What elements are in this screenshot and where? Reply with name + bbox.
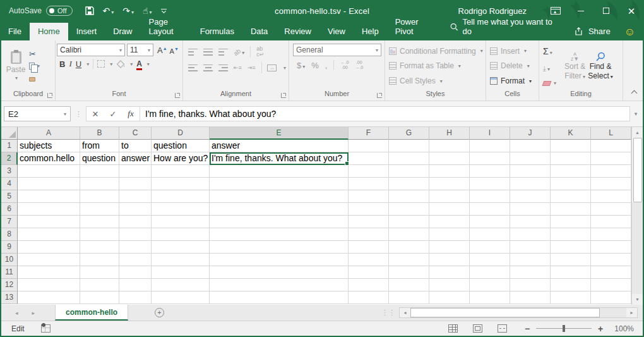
cell-G12[interactable] (389, 279, 429, 291)
cell-G13[interactable] (389, 291, 429, 304)
cell-F3[interactable] (349, 165, 389, 178)
macro-record-icon[interactable] (41, 324, 51, 333)
new-sheet-button[interactable]: + (155, 308, 164, 317)
cell-L13[interactable] (591, 291, 631, 304)
cell-C6[interactable] (119, 203, 152, 216)
formula-bar-handle[interactable]: ⋮ (75, 110, 81, 118)
underline-button[interactable]: U (76, 59, 81, 69)
cell-I13[interactable] (470, 291, 510, 304)
cell-L12[interactable] (591, 279, 631, 291)
cell-G8[interactable] (389, 228, 429, 241)
cell-B9[interactable] (80, 241, 119, 254)
delete-cells-button[interactable]: Delete▾ (490, 61, 537, 70)
cell-F5[interactable] (349, 190, 389, 203)
col-header-L[interactable]: L (591, 127, 631, 140)
maximize-button[interactable] (593, 0, 619, 21)
percent-format-icon[interactable]: % (311, 61, 319, 70)
previous-sheet-icon[interactable]: ◂ (15, 310, 18, 316)
cell-E12[interactable] (210, 279, 349, 291)
touch-mode-icon[interactable]: ☝▾ (143, 6, 152, 15)
cell-F6[interactable] (349, 203, 389, 216)
tab-draw[interactable]: Draw (105, 23, 140, 40)
row-header-5[interactable]: 5 (1, 190, 18, 203)
cell-A8[interactable] (18, 228, 80, 241)
row-header-12[interactable]: 12 (1, 279, 18, 291)
cell-L2[interactable] (591, 152, 631, 165)
cell-F7[interactable] (349, 216, 389, 228)
cell-L8[interactable] (591, 228, 631, 241)
sheet-tab-common-hello[interactable]: common-hello (55, 305, 128, 321)
cell-C5[interactable] (119, 190, 152, 203)
cell-E9[interactable] (210, 241, 349, 254)
col-header-F[interactable]: F (349, 127, 389, 140)
account-user-name[interactable]: Rodrigo Rodriguez (458, 6, 527, 16)
cell-D12[interactable] (152, 279, 210, 291)
cell-C11[interactable] (119, 266, 152, 279)
cell-D11[interactable] (152, 266, 210, 279)
cell-H4[interactable] (429, 178, 470, 190)
cell-D4[interactable] (152, 178, 210, 190)
cell-G10[interactable] (389, 254, 429, 266)
cell-H6[interactable] (429, 203, 470, 216)
cell-G5[interactable] (389, 190, 429, 203)
cell-K9[interactable] (551, 241, 591, 254)
cell-J8[interactable] (510, 228, 551, 241)
row-header-4[interactable]: 4 (1, 178, 18, 190)
tab-home[interactable]: Home (30, 23, 68, 40)
cell-H8[interactable] (429, 228, 470, 241)
cell-K8[interactable] (551, 228, 591, 241)
cell-D5[interactable] (152, 190, 210, 203)
cell-J11[interactable] (510, 266, 551, 279)
find-select-button[interactable]: Find & Select▾ (588, 42, 612, 90)
cell-B7[interactable] (80, 216, 119, 228)
cell-A7[interactable] (18, 216, 80, 228)
alignment-dialog-launcher-icon[interactable] (281, 93, 286, 98)
row-header-7[interactable]: 7 (1, 216, 18, 228)
cell-C4[interactable] (119, 178, 152, 190)
format-cells-button[interactable]: Format▾ (490, 77, 537, 85)
tab-review[interactable]: Review (276, 23, 319, 40)
cell-L9[interactable] (591, 241, 631, 254)
col-header-B[interactable]: B (80, 127, 119, 140)
ribbon-display-options-icon[interactable] (543, 0, 568, 21)
cell-C8[interactable] (119, 228, 152, 241)
cell-D10[interactable] (152, 254, 210, 266)
cell-H5[interactable] (429, 190, 470, 203)
zoom-out-icon[interactable]: − (525, 324, 530, 334)
font-color-icon[interactable]: A (136, 59, 142, 68)
collapse-ribbon-icon[interactable] (631, 90, 638, 97)
col-header-C[interactable]: C (119, 127, 152, 140)
decrease-indent-icon[interactable]: ⇤≡ (234, 64, 242, 71)
cell-A5[interactable] (18, 190, 80, 203)
cell-I12[interactable] (470, 279, 510, 291)
bottom-align-icon[interactable] (218, 49, 228, 56)
cell-L7[interactable] (591, 216, 631, 228)
cell-L5[interactable] (591, 190, 631, 203)
clipboard-dialog-launcher-icon[interactable] (47, 93, 52, 98)
cell-G11[interactable] (389, 266, 429, 279)
cell-F8[interactable] (349, 228, 389, 241)
increase-indent-icon[interactable]: ⇥≡ (247, 64, 256, 71)
tab-help[interactable]: Help (354, 23, 387, 40)
cell-D8[interactable] (152, 228, 210, 241)
cell-B10[interactable] (80, 254, 119, 266)
cell-J12[interactable] (510, 279, 551, 291)
scroll-up-icon[interactable]: ▲ (632, 127, 643, 138)
customize-qat-icon[interactable] (161, 9, 167, 13)
row-header-2[interactable]: 2 (1, 152, 18, 165)
cell-J4[interactable] (510, 178, 551, 190)
select-all-corner[interactable] (1, 127, 18, 140)
cell-C13[interactable] (119, 291, 152, 304)
share-button[interactable]: Share (575, 27, 611, 40)
col-header-D[interactable]: D (152, 127, 210, 140)
tabbar-resize-handle[interactable]: ⋮⋮ (381, 309, 395, 317)
number-format-combo[interactable]: General▾ (293, 44, 381, 56)
cell-H13[interactable] (429, 291, 470, 304)
cell-E4[interactable] (210, 178, 349, 190)
font-family-combo[interactable]: Calibri▾ (57, 44, 125, 56)
cell-I7[interactable] (470, 216, 510, 228)
scroll-down-icon[interactable]: ▼ (632, 294, 643, 305)
cell-J6[interactable] (510, 203, 551, 216)
confirm-entry-button[interactable]: ✓ (104, 109, 122, 119)
expand-formula-bar-icon[interactable]: ▾ (630, 111, 641, 117)
